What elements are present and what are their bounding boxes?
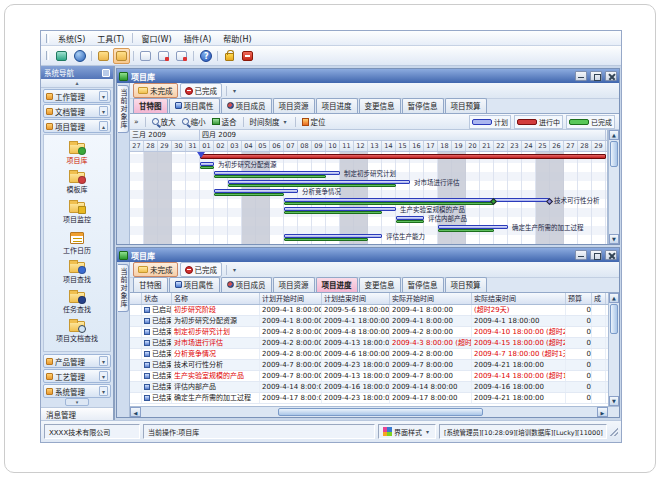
resize-grip[interactable] [610,428,618,436]
zoom-fit-button[interactable]: 适合 [210,116,239,127]
table-row[interactable]: 已启动初步研究阶段2009-4-1 8:00:002009-5-6 18:00:… [130,305,608,316]
open-folder-button[interactable] [95,48,112,64]
column-header-实际结束时间[interactable]: 实际结束时间 [472,293,566,304]
scrollbar-thumb[interactable] [610,304,618,334]
tab-项目预算[interactable]: 项目预算 [445,277,487,292]
scroll-up-button[interactable]: ▲ [609,130,619,140]
scroll-down-button[interactable]: ▼ [609,396,619,406]
sidebar-item-项目文档查找[interactable]: 项目文档查找 [56,321,98,343]
gantt-progress-bar[interactable] [214,193,284,196]
chevron-down-icon[interactable]: ▾ [99,386,108,396]
sidebar-group-项目管理[interactable]: 项目管理▴ [43,119,111,133]
table-row[interactable]: 已结束技术可行性分析2009-4-7 8:00:002009-4-23 18:0… [130,360,608,371]
globe-button[interactable] [71,48,88,64]
mail-button[interactable] [137,48,154,64]
tab-变更信息[interactable]: 变更信息 [359,277,401,292]
menu-item[interactable]: 窗口(W) [135,33,177,44]
gantt-summary-bar[interactable] [200,154,606,159]
zoom-out-button[interactable]: 缩小 [180,116,208,127]
exit-button[interactable] [239,48,256,64]
sidebar-item-项目查找[interactable]: 项目查找 [63,262,91,284]
lock-button[interactable] [221,48,238,64]
sidebar-item-项目库[interactable]: 项目库 [67,143,88,165]
tab-项目属性[interactable]: 项目属性 [169,277,220,292]
gantt-progress-bar[interactable] [228,184,396,187]
sidebar-item-工作日历[interactable]: 工作日历 [63,232,91,255]
tab-甘特图[interactable]: 甘特图 [133,98,168,113]
workspace-button[interactable] [53,48,70,64]
tab-项目进度[interactable]: 项目进度 [316,98,358,113]
folder-tab-已完成[interactable]: 已完成 [180,83,223,98]
close-button[interactable] [605,250,617,260]
scroll-down-button[interactable]: ▼ [609,234,619,244]
sidebar-group-工作管理[interactable]: 工作管理▾ [43,89,111,103]
chevron-down-icon[interactable]: ▾ [231,87,238,94]
menubar-grip[interactable] [46,34,49,43]
gantt-body[interactable]: 为初步研究分配资源制定初步研究计划对市场进行评估分析竞争情况技术可行性分析生产实… [130,152,607,244]
gantt-progress-bar[interactable] [284,238,368,241]
tab-暂停信息[interactable]: 暂停信息 [402,98,444,113]
chevron-up-icon[interactable]: ▴ [99,121,108,131]
help-button[interactable] [197,48,214,64]
menu-item[interactable]: 系统(S) [52,33,91,44]
menu-item[interactable]: 工具(T) [91,33,130,44]
scrollbar-thumb[interactable] [610,141,618,167]
scrollbar-thumb[interactable] [278,408,483,416]
close-button[interactable] [605,71,617,81]
message-management-tab[interactable]: 消息管理 [41,407,113,420]
table-row[interactable]: 已结束分析竞争情况2009-4-2 8:00:002009-4-6 18:00:… [130,349,608,360]
pin-icon[interactable] [102,69,110,77]
chevron-down-icon[interactable]: ▾ [231,266,238,273]
ui-style-button[interactable]: 界面样式 ▾ [378,424,436,439]
table-vertical-scrollbar[interactable]: ▲ ▼ [608,293,619,406]
tab-项目预算[interactable]: 项目预算 [445,98,487,113]
current-object-vertical-tab[interactable]: 当前对象库 [118,264,129,312]
column-header-计划开始时间[interactable]: 计划开始时间 [260,293,322,304]
calendar-note-button[interactable] [155,48,172,64]
current-object-vertical-tab[interactable]: 当前对象库 [118,85,129,133]
gantt-progress-bar[interactable] [200,166,214,169]
gantt-vertical-scrollbar[interactable]: ▲ ▼ [608,130,619,244]
chevron-down-icon[interactable]: ▾ [99,356,108,366]
toolbar-grip[interactable] [46,51,49,60]
gantt-progress-bar[interactable] [284,202,494,205]
folder-tab-未完成[interactable]: 未完成 [133,83,178,98]
tab-暂停信息[interactable]: 暂停信息 [402,277,444,292]
chevron-down-icon[interactable]: ▾ [99,91,108,101]
tab-项目成员[interactable]: 项目成员 [221,98,272,113]
table-row[interactable]: 已结束对市场进行评估2009-4-2 8:00:002009-4-13 18:0… [130,338,608,349]
tab-项目进度[interactable]: 项目进度 [316,277,358,292]
table-row[interactable]: 已结束制定初步研究计划2009-4-2 8:00:002009-4-8 18:0… [130,327,608,338]
column-header-实际开始时间[interactable]: 实际开始时间 [390,293,472,304]
restore-button[interactable] [590,250,602,260]
minimize-button[interactable] [575,71,587,81]
report-button[interactable] [173,48,190,64]
gantt-progress-bar[interactable] [438,229,494,232]
table-horizontal-scrollbar[interactable]: ◀ ▶ [130,406,619,417]
tab-项目属性[interactable]: 项目属性 [169,98,220,113]
column-header-预算[interactable]: 预算 [566,293,592,304]
tab-项目资源[interactable]: 项目资源 [273,98,315,113]
gantt-progress-bar[interactable] [214,175,326,178]
zoom-in-button[interactable]: 放大 [150,116,178,127]
menu-item[interactable]: 帮助(H) [217,33,257,44]
column-header-成[interactable]: 成 [592,293,606,304]
table-row[interactable]: 已结束生产实验室规模的产品2009-4-7 8:00:002009-4-13 1… [130,371,608,382]
time-scale-dropdown[interactable]: 时间刻度▾ [248,116,291,127]
sidebar-overflow-button[interactable]: ▾ [65,398,89,406]
restore-button[interactable] [590,71,602,81]
sidebar-group-工艺管理[interactable]: 工艺管理▾ [43,369,111,383]
chevron-down-icon[interactable]: ▾ [99,106,108,116]
column-header-计划结束时间[interactable]: 计划结束时间 [322,293,390,304]
table-row[interactable]: 已结束评估内部产品2009-4-14 8:00:002009-4-16 18:0… [130,382,608,393]
chevron-down-icon[interactable]: ▾ [99,371,108,381]
tab-变更信息[interactable]: 变更信息 [359,98,401,113]
folder-tab-未完成[interactable]: 未完成 [133,262,178,277]
sidebar-item-项目监控[interactable]: 项目监控 [63,202,91,224]
tab-甘特图[interactable]: 甘特图 [133,277,168,292]
sidebar-item-模板库[interactable]: 模板库 [67,172,88,194]
sidebar-collapse-button[interactable]: ▴ [41,79,113,88]
column-header-状态[interactable]: 状态 [142,293,172,304]
scroll-up-button[interactable]: ▲ [609,293,619,303]
minimize-button[interactable] [575,250,587,260]
